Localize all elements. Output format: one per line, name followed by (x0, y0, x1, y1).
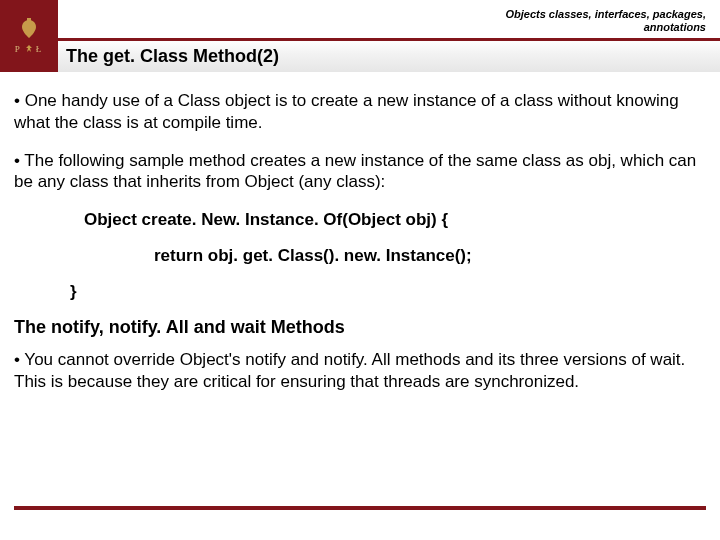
paragraph-3: • You cannot override Object's notify an… (14, 349, 708, 393)
breadcrumb-line-1: Objects classes, interfaces, packages, (505, 8, 706, 21)
header-band: P Ł Objects classes, interfaces, package… (0, 0, 720, 72)
code-line-2: return obj. get. Class(). new. Instance(… (14, 245, 708, 267)
logo-eagle-icon (24, 44, 34, 54)
logo-letter-l: Ł (36, 44, 44, 54)
code-line-3: } (14, 281, 708, 303)
paragraph-2: • The following sample method creates a … (14, 150, 708, 194)
paragraph-1: • One handy use of a Class object is to … (14, 90, 708, 134)
header-divider (58, 38, 720, 41)
logo-letters: P Ł (15, 44, 44, 54)
logo-emblem-icon (16, 18, 42, 40)
logo-block: P Ł (0, 0, 58, 72)
content-area: • One handy use of a Class object is to … (0, 72, 720, 393)
breadcrumb: Objects classes, interfaces, packages, a… (505, 8, 706, 34)
logo-letter-p: P (15, 44, 22, 54)
slide-title: The get. Class Method(2) (66, 46, 279, 67)
subheading: The notify, notify. All and wait Methods (14, 316, 708, 339)
footer-divider (14, 506, 706, 510)
code-line-1: Object create. New. Instance. Of(Object … (14, 209, 708, 231)
svg-rect-0 (27, 18, 31, 22)
breadcrumb-line-2: annotations (505, 21, 706, 34)
